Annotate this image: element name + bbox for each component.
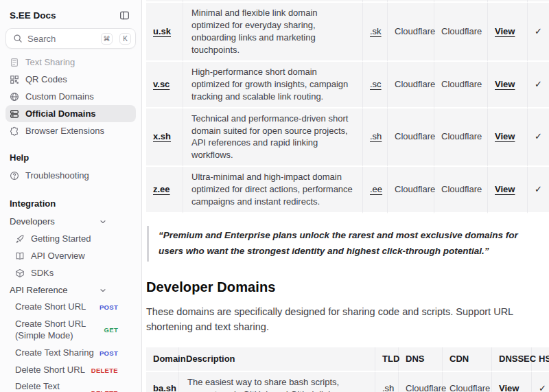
sidebar-item-create-short-url-simple[interactable]: Create Short URL (Simple Mode) GET (5, 316, 136, 345)
method-badge: POST (100, 349, 118, 357)
sidebar-group-api-reference[interactable]: API Reference (5, 281, 136, 299)
app-title: S.EE Docs (10, 10, 56, 21)
sidebar-item-label: Custom Domains (25, 91, 94, 102)
sidebar-item-getting-started[interactable]: Getting Started (5, 230, 136, 247)
sidebar-item-label: Create Short URL (15, 301, 86, 313)
domain-link[interactable]: v.sc (153, 79, 170, 89)
hsts-checkmark: ✓ (532, 372, 549, 392)
dnssec-view-link[interactable]: View (495, 184, 515, 194)
column-header: TLD (375, 347, 399, 372)
domain-description: Technical and performance-driven short d… (183, 108, 363, 168)
sidebar-item-api-overview[interactable]: API Overview (5, 247, 136, 264)
cdn-provider: Cloudflare (434, 167, 488, 214)
domain-description: Ultra-minimal and high-impact domain opt… (183, 167, 363, 214)
sidebar-toggle-button[interactable] (117, 8, 132, 23)
sidebar-item-troubleshooting[interactable]: Troubleshooting (5, 167, 136, 184)
sidebar-nav: Text Sharing QR Codes Custom Domains Off… (5, 54, 136, 139)
search-box[interactable]: ⌘ K (5, 28, 136, 49)
globe-icon (10, 92, 19, 102)
tld-link[interactable]: .ee (370, 184, 382, 194)
sidebar-item-create-text-sharing[interactable]: Create Text Sharing POST (5, 345, 136, 362)
domain-link[interactable]: ba.sh (153, 383, 176, 392)
domain-link[interactable]: z.ee (153, 184, 170, 194)
dns-provider: Cloudflare (388, 62, 434, 108)
method-badge: POST (100, 303, 118, 311)
cdn-provider: Cloudflare (443, 372, 492, 392)
sidebar-item-label: SDKs (31, 268, 54, 278)
sidebar-item-sdks[interactable]: SDKs (5, 264, 136, 281)
domain-description: High-performance short domain optimized … (183, 62, 363, 108)
section-heading-integration: Integration (5, 198, 136, 209)
developer-domains-intro: These domains are specifically designed … (146, 304, 544, 335)
sidebar-item-delete-text-sharing[interactable]: Delete Text Sharing DELETE (5, 378, 136, 392)
hsts-checkmark: ✓ (528, 62, 549, 108)
dns-provider: Cloudflare (388, 108, 434, 168)
hsts-checkmark: ✓ (528, 3, 549, 62)
domain-link[interactable]: x.sh (153, 131, 171, 141)
sidebar-item-text-sharing[interactable]: Text Sharing (5, 54, 136, 71)
developers-subnav: Getting Started API Overview SDKs (5, 230, 136, 281)
sidebar-item-label: Text Sharing (25, 57, 75, 67)
dnssec-view-link[interactable]: View (499, 383, 519, 392)
chevron-down-icon (99, 218, 107, 226)
cdn-provider: Cloudflare (434, 3, 488, 62)
sidebar-item-custom-domains[interactable]: Custom Domains (5, 88, 136, 105)
sidebar-item-create-short-url[interactable]: Create Short URL POST (5, 299, 136, 316)
sidebar-item-label: Getting Started (31, 233, 91, 244)
dnssec-view-link[interactable]: View (495, 26, 515, 36)
method-badge: DELETE (91, 367, 118, 374)
sidebar-item-label: Official Domains (25, 108, 96, 119)
domain-link[interactable]: u.sk (153, 26, 171, 36)
tld-link[interactable]: .sc (370, 79, 382, 89)
help-circle-icon (10, 171, 19, 181)
tld-link[interactable]: .sh (382, 383, 394, 392)
tld-link[interactable]: .sh (370, 131, 382, 141)
sidebar-item-qr-codes[interactable]: QR Codes (5, 71, 136, 88)
dns-provider: Cloudflare (388, 3, 434, 62)
page-section-title: Developer Domains (146, 279, 549, 295)
search-input[interactable] (27, 34, 96, 44)
sidebar-header: S.EE Docs (5, 6, 136, 23)
app-window: S.EE Docs ⌘ K Text Sharing (0, 0, 549, 392)
panel-left-icon (119, 10, 130, 21)
column-header: Description (179, 347, 375, 372)
official-domains-table: u.sk Minimal and flexible link domain op… (146, 0, 549, 214)
method-badge: GET (104, 326, 118, 334)
sidebar-item-label: Delete Short URL (15, 365, 85, 376)
book-open-icon (15, 251, 25, 261)
sidebar-item-browser-extensions[interactable]: Browser Extensions (5, 122, 136, 139)
tld-link[interactable]: .sk (370, 26, 382, 36)
chevron-down-icon (99, 286, 107, 295)
table-row: ba.sh The easiest way to share bash scri… (146, 372, 549, 392)
puzzle-icon (10, 126, 19, 136)
sidebar-item-delete-short-url[interactable]: Delete Short URL DELETE (5, 362, 136, 379)
dnssec-view-link[interactable]: View (495, 79, 515, 89)
column-header: DNS (399, 347, 443, 372)
sidebar-item-label: Delete Text Sharing (15, 381, 86, 392)
sidebar-item-label: Troubleshooting (25, 170, 89, 181)
table-header-row: Domain Description TLD DNS CDN DNSSEC HS… (146, 347, 549, 372)
sidebar-item-label: API Overview (31, 251, 85, 261)
meta-key-badge: ⌘ (101, 33, 113, 45)
sidebar-item-label: Create Short URL (Simple Mode) (15, 319, 99, 342)
method-badge: DELETE (91, 389, 118, 392)
package-icon (15, 268, 25, 278)
document-icon (10, 58, 19, 67)
sidebar-item-official-domains[interactable]: Official Domains (5, 105, 136, 122)
domain-description: The easiest way to share bash scripts, s… (179, 372, 375, 392)
dns-provider: Cloudflare (388, 167, 434, 214)
sidebar-group-developers[interactable]: Developers (5, 213, 136, 230)
search-icon (13, 34, 23, 43)
sidebar-item-label: Browser Extensions (25, 126, 104, 136)
table-row: u.sk Minimal and flexible link domain op… (146, 3, 549, 62)
table-row: z.ee Ultra-minimal and high-impact domai… (146, 167, 549, 214)
sidebar: S.EE Docs ⌘ K Text Sharing (0, 0, 142, 392)
rocket-icon (15, 234, 25, 244)
column-header: CDN (443, 347, 492, 372)
sidebar-item-label: Create Text Sharing (15, 347, 94, 359)
dns-provider: Cloudflare (399, 372, 443, 392)
column-header: Domain (146, 347, 179, 372)
dnssec-view-link[interactable]: View (495, 131, 515, 141)
section-heading-help: Help (5, 152, 136, 163)
api-reference-subnav: Create Short URL POST Create Short URL (… (5, 299, 136, 392)
